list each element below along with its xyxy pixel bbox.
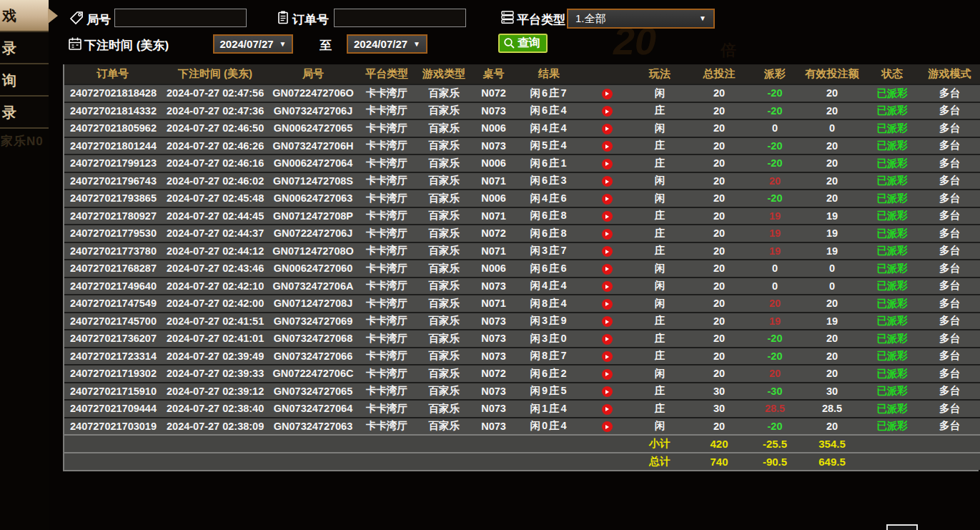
sidebar-tab-label: 询: [2, 72, 16, 88]
play-video-icon[interactable]: [602, 334, 613, 345]
cell-game-no: GN0712472708P: [269, 207, 357, 225]
cell-replay: [582, 260, 632, 278]
cell-payout: 19: [751, 207, 799, 225]
cell-table-no: N073: [471, 383, 516, 401]
play-video-icon[interactable]: [602, 351, 613, 362]
column-header: 派彩: [751, 64, 799, 84]
play-video-icon[interactable]: [602, 159, 613, 170]
cell-game-no: GN0722472706C: [269, 365, 357, 383]
cell-game-type: 百家乐: [417, 295, 471, 313]
play-video-icon[interactable]: [602, 421, 613, 432]
calendar-icon: [68, 36, 82, 51]
play-video-icon[interactable]: [602, 141, 613, 152]
play-video-icon[interactable]: [602, 89, 613, 99]
cell-platform-type: 卡卡湾厅: [357, 242, 417, 260]
platform-type-value: 1.全部: [575, 12, 606, 26]
cell-status: 已派彩: [865, 225, 919, 242]
play-video-icon[interactable]: [602, 281, 613, 292]
cell-total-bet: 20: [688, 295, 751, 313]
cell-platform-type: 卡卡湾厅: [357, 119, 417, 137]
play-video-icon[interactable]: [602, 386, 613, 397]
play-video-icon[interactable]: [602, 124, 613, 134]
search-button[interactable]: 查询: [498, 34, 548, 53]
play-video-icon[interactable]: [602, 299, 613, 310]
play-video-icon[interactable]: [602, 264, 613, 275]
pagination-button[interactable]: [886, 524, 918, 530]
cell-total-bet: 20: [688, 242, 751, 260]
cell-result: 闲0庄4: [516, 418, 582, 436]
cell-status: 已派彩: [865, 348, 919, 365]
cell-payout: -20: [751, 330, 799, 348]
cell-platform-type: 卡卡湾厅: [357, 383, 417, 401]
cell-game-type: 百家乐: [417, 207, 471, 225]
cell-platform-type: 卡卡湾厅: [357, 154, 417, 172]
cell-game-no: GN07324727068: [269, 330, 357, 348]
cell-total-bet: 20: [688, 418, 751, 436]
cell-valid-bet: 20: [799, 172, 865, 190]
cell-bet-time: 2024-07-27 02:39:49: [161, 348, 269, 365]
cell-table-no: N006: [471, 260, 516, 278]
date-to-picker[interactable]: 2024/07/27 ▼: [347, 34, 427, 54]
cell-game-type: 百家乐: [417, 313, 471, 330]
cell-valid-bet: 19: [799, 242, 865, 260]
cell-bet-time: 2024-07-27 02:46:02: [161, 172, 269, 190]
cell-play-type: 闲: [632, 278, 688, 295]
play-video-icon[interactable]: [602, 194, 613, 205]
sidebar-tab-query[interactable]: 询: [0, 64, 49, 97]
cell-play-type: 闲: [632, 418, 688, 436]
table-row: 240727021709444 2024-07-27 02:38:40 GN07…: [64, 400, 980, 418]
cell-platform-type: 卡卡湾厅: [357, 225, 417, 242]
play-video-icon[interactable]: [602, 229, 613, 240]
sidebar-tab-game[interactable]: 戏: [0, 0, 49, 32]
cell-status: 已派彩: [865, 383, 919, 401]
cell-play-type: 闲: [632, 172, 688, 190]
cell-order-no: 240727021780927: [64, 207, 161, 225]
cell-table-no: N073: [471, 330, 516, 348]
cell-game-no: GN0722472706J: [269, 225, 357, 242]
cell-play-type: 闲: [632, 190, 688, 207]
cell-platform-type: 卡卡湾厅: [357, 172, 417, 190]
play-video-icon[interactable]: [602, 316, 613, 327]
cell-total-bet: 20: [688, 119, 751, 137]
cell-game-no: GN0732472706H: [269, 137, 357, 155]
cell-payout: -20: [751, 102, 799, 120]
table-row: 240727021779530 2024-07-27 02:44:37 GN07…: [64, 225, 980, 242]
cell-payout: 0: [751, 278, 799, 295]
sidebar-tab-record-2[interactable]: 录: [0, 97, 49, 129]
order-no-input[interactable]: [334, 9, 466, 27]
cell-game-type: 百家乐: [417, 383, 471, 401]
play-video-icon[interactable]: [602, 176, 613, 187]
cell-bet-time: 2024-07-27 02:46:16: [161, 154, 269, 172]
cell-platform-type: 卡卡湾厅: [357, 84, 417, 102]
filter-bar: 20 倍 局号 订单号 平台类型 1.全部 ▼ 下注时间 (美东) 2024/: [49, 0, 980, 63]
play-video-icon[interactable]: [602, 106, 613, 117]
cell-status: 已派彩: [865, 137, 919, 155]
cell-play-type: 庄: [632, 400, 688, 418]
cell-table-no: N072: [471, 84, 516, 102]
date-from-picker[interactable]: 2024/07/27 ▼: [213, 34, 293, 54]
cell-bet-time: 2024-07-27 02:41:01: [161, 330, 269, 348]
cell-play-type: 庄: [632, 383, 688, 401]
cell-play-type: 闲: [632, 365, 688, 383]
sidebar-tab-label: 录: [2, 104, 16, 120]
chevron-down-icon: ▼: [699, 15, 706, 22]
play-video-icon[interactable]: [602, 246, 613, 257]
play-video-icon[interactable]: [602, 404, 613, 415]
game-no-input[interactable]: [114, 9, 247, 27]
cell-order-no: 240727021768287: [64, 260, 161, 278]
cell-payout: -20: [751, 84, 799, 102]
cell-result: 闲6庄8: [516, 207, 582, 225]
table-row: 240727021796743 2024-07-27 02:46:02 GN07…: [64, 172, 980, 190]
cell-game-mode: 多台: [919, 383, 980, 401]
cell-result: 闲4庄4: [516, 278, 582, 295]
cell-result: 闲3庄9: [516, 313, 582, 330]
cell-game-type: 百家乐: [417, 242, 471, 260]
cell-status: 已派彩: [865, 190, 919, 207]
grand-total-total-bet: 740: [688, 453, 751, 471]
cell-order-no: 240727021814332: [64, 102, 161, 120]
play-video-icon[interactable]: [602, 369, 613, 380]
play-video-icon[interactable]: [602, 211, 613, 222]
subtotal-label: 小计: [632, 435, 688, 453]
sidebar-tab-record-1[interactable]: 录: [0, 32, 49, 64]
cell-replay: [582, 295, 632, 313]
